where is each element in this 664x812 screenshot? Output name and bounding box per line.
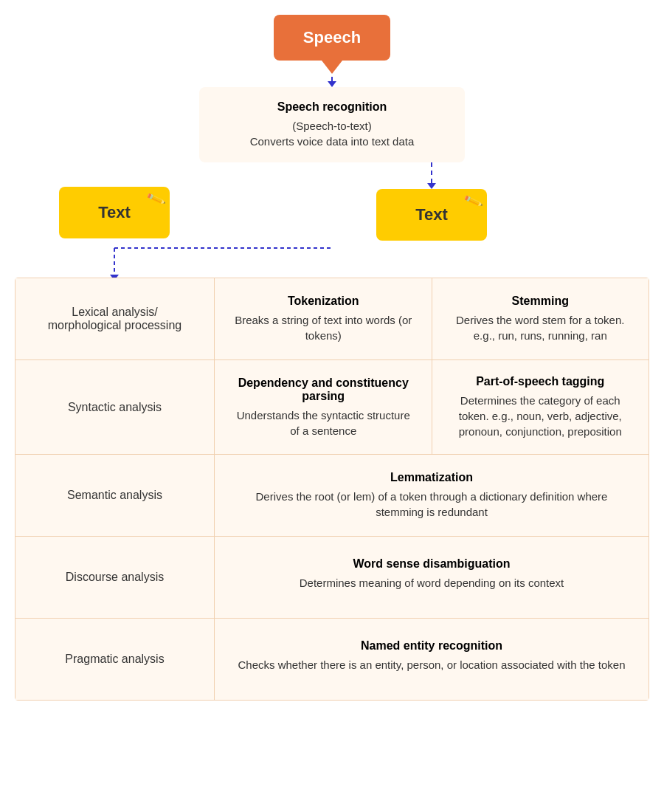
row-right-semantic: Lemmatization Derives the root (or lem) …	[215, 455, 649, 536]
lemmatization-title: Lemmatization	[237, 471, 626, 484]
content-grid: Lexical analysis/morphological processin…	[15, 278, 649, 701]
word-sense-cell: Word sense disambiguation Determines mea…	[215, 537, 649, 610]
speech-label: Speech	[303, 28, 361, 47]
row-right-discourse: Word sense disambiguation Determines mea…	[215, 537, 649, 618]
row-discourse: Discourse analysis Word sense disambigua…	[15, 537, 649, 619]
row-pragmatic: Pragmatic analysis Named entity recognit…	[15, 619, 649, 700]
ner-title: Named entity recognition	[237, 639, 626, 653]
lemmatization-text: Derives the root (or lem) of a token thr…	[237, 489, 626, 520]
speech-rec-subtitle: (Speech-to-text)	[221, 118, 443, 134]
row-right-lexical: Tokenization Breaks a string of text int…	[215, 278, 649, 359]
pos-title: Part-of-speech tagging	[449, 375, 633, 388]
text-left-label: Text	[98, 203, 131, 221]
row-left-lexical: Lexical analysis/morphological processin…	[15, 278, 215, 359]
ner-cell: Named entity recognition Checks whether …	[215, 619, 649, 692]
lemmatization-cell: Lemmatization Derives the root (or lem) …	[215, 455, 649, 536]
speech-recognition-box: Speech recognition (Speech-to-text) Conv…	[199, 87, 465, 162]
svg-marker-2	[110, 275, 119, 278]
text-node-right: Text ✏️	[376, 189, 487, 241]
row-left-pragmatic: Pragmatic analysis	[15, 619, 215, 700]
connector-svg	[15, 241, 649, 278]
connector-rec-to-text	[431, 162, 432, 183]
row-left-discourse: Discourse analysis	[15, 537, 215, 618]
row-left-semantic: Semantic analysis	[15, 455, 215, 536]
ner-text: Checks whether there is an entity, perso…	[237, 657, 626, 672]
row-semantic: Semantic analysis Lemmatization Derives …	[15, 455, 649, 537]
pencil-icon-left: ✏️	[145, 189, 166, 210]
dependency-title: Dependency and constituency parsing	[232, 376, 415, 403]
row-syntactic: Syntactic analysis Dependency and consti…	[15, 360, 649, 455]
dependency-text: Understands the syntactic structure of a…	[232, 407, 415, 438]
speech-node: Speech	[274, 15, 390, 61]
row-right-pragmatic: Named entity recognition Checks whether …	[215, 619, 649, 700]
pencil-icon-right: ✏️	[463, 191, 483, 212]
tokenization-title: Tokenization	[232, 295, 415, 308]
dependency-cell: Dependency and constituency parsing Unde…	[215, 360, 432, 454]
pos-cell: Part-of-speech tagging Determines the ca…	[432, 360, 649, 454]
discourse-label: Discourse analysis	[66, 571, 164, 584]
tokenization-text: Breaks a string of text into words (or t…	[232, 312, 415, 343]
pos-text: Determines the category of each token. e…	[449, 393, 633, 439]
row-left-syntactic: Syntactic analysis	[15, 360, 215, 454]
tokenization-cell: Tokenization Breaks a string of text int…	[215, 278, 432, 359]
word-sense-title: Word sense disambiguation	[237, 557, 626, 571]
speech-rec-title: Speech recognition	[221, 100, 443, 114]
syntactic-label: Syntactic analysis	[68, 401, 162, 414]
semantic-label: Semantic analysis	[67, 489, 162, 502]
stemming-title: Stemming	[449, 295, 633, 308]
text-node-left: Text ✏️	[59, 187, 170, 238]
stemming-text: Derives the word stem for a token. e.g.,…	[449, 312, 633, 343]
speech-rec-desc: Converts voice data into text data	[221, 134, 443, 149]
text-right-label: Text	[415, 205, 448, 224]
lexical-label: Lexical analysis/morphological processin…	[48, 306, 181, 332]
pragmatic-label: Pragmatic analysis	[65, 653, 164, 666]
arrow-to-text	[427, 183, 436, 189]
row-lexical: Lexical analysis/morphological processin…	[15, 278, 649, 360]
stemming-cell: Stemming Derives the word stem for a tok…	[432, 278, 649, 359]
row-right-syntactic: Dependency and constituency parsing Unde…	[215, 360, 649, 454]
word-sense-text: Determines meaning of word depending on …	[237, 575, 626, 591]
arrow-to-rec	[328, 81, 336, 87]
